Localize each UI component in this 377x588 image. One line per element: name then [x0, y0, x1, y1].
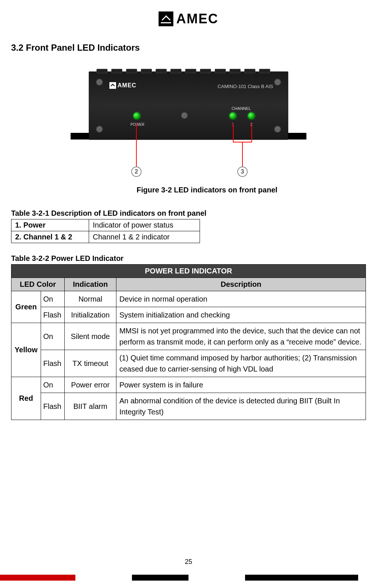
- led-indication: Initialization: [64, 307, 116, 323]
- led-indication: Power error: [64, 377, 116, 393]
- led-description: An abnormal condition of the device is d…: [116, 393, 366, 420]
- table2-col-header: Description: [116, 278, 366, 291]
- table2-header-main: POWER LED INDICATOR: [11, 265, 366, 278]
- table-row: 1. Power Indicator of power status: [11, 219, 200, 231]
- page-number: 25: [185, 558, 192, 566]
- led-channel1-icon: [230, 112, 236, 119]
- screw-icon: [181, 112, 188, 119]
- callout-line: [251, 123, 252, 142]
- led-channel2-icon: [248, 112, 255, 119]
- brand-icon: [159, 11, 173, 26]
- table1-label: 2. Channel 1 & 2: [11, 231, 89, 243]
- led-indication: Silent mode: [64, 323, 116, 350]
- screw-icon: [274, 125, 281, 133]
- led-state: Flash: [41, 350, 65, 377]
- screw-icon: [96, 78, 103, 86]
- led-description: (1) Quiet time command imposed by harbor…: [116, 350, 366, 377]
- screw-icon: [274, 78, 281, 86]
- led-description: Power system is in failure: [116, 377, 366, 393]
- led-description: Device in normal operation: [116, 291, 366, 307]
- section-title: 3.2 Front Panel LED Indicators: [11, 43, 366, 53]
- table1-label: 1. Power: [11, 219, 89, 231]
- led-indication: BIIT alarm: [64, 393, 116, 420]
- led-description: System initialization and checking: [116, 307, 366, 323]
- table-row: Flash BIIT alarm An abnormal condition o…: [11, 393, 366, 420]
- table-row: Green On Normal Device in normal operati…: [11, 291, 366, 307]
- table2: POWER LED INDICATOR LED Color Indication…: [11, 264, 366, 420]
- table-row: Yellow On Silent mode MMSI is not yet pr…: [11, 323, 366, 350]
- table2-title: Table 3-2-2 Power LED Indicator: [11, 254, 366, 263]
- channel-led-label: CHANNEL: [231, 106, 251, 111]
- callout-line: [242, 142, 243, 168]
- device-front-panel: AMEC CAMINO-101 Class B AIS POWER CHANNE…: [89, 71, 288, 140]
- screw-icon: [96, 125, 103, 133]
- led-indication: TX timeout: [64, 350, 116, 377]
- footer-decoration: [0, 575, 377, 581]
- callout-number-2: 2: [131, 167, 142, 177]
- led-power-icon: [133, 112, 140, 119]
- table1: 1. Power Indicator of power status 2. Ch…: [11, 219, 200, 243]
- led-color: Yellow: [11, 323, 41, 377]
- power-led-label: POWER: [130, 122, 145, 127]
- led-state: Flash: [41, 307, 65, 323]
- led-color: Red: [11, 377, 41, 420]
- brand-text: AMEC: [176, 11, 218, 27]
- device-product-label: CAMINO-101 Class B AIS: [218, 84, 273, 89]
- led-description: MMSI is not yet programmed into the devi…: [116, 323, 366, 350]
- device-brand-label: AMEC: [109, 82, 136, 89]
- header-logo: AMEC: [11, 11, 366, 28]
- led-state: On: [41, 377, 65, 393]
- table-row: Flash Initialization System initializati…: [11, 307, 366, 323]
- table1-desc: Indicator of power status: [89, 219, 200, 231]
- callout-line: [233, 123, 234, 142]
- table1-desc: Channel 1 & 2 indicator: [89, 231, 200, 243]
- table2-col-header: LED Color: [11, 278, 65, 291]
- table-row: 2. Channel 1 & 2 Channel 1 & 2 indicator: [11, 231, 200, 243]
- device-figure: AMEC CAMINO-101 Class B AIS POWER CHANNE…: [11, 71, 366, 141]
- table-row: Red On Power error Power system is in fa…: [11, 377, 366, 393]
- led-state: Flash: [41, 393, 65, 420]
- led-indication: Normal: [64, 291, 116, 307]
- table1-title: Table 3-2-1 Description of LED indicator…: [11, 209, 366, 218]
- led-color: Green: [11, 291, 41, 323]
- led-state: On: [41, 291, 65, 307]
- callout-line: [136, 123, 137, 168]
- table2-col-header: Indication: [64, 278, 116, 291]
- table-row: Flash TX timeout (1) Quiet time command …: [11, 350, 366, 377]
- led-state: On: [41, 323, 65, 350]
- figure-caption: Figure 3-2 LED indicators on front panel: [48, 186, 366, 194]
- callout-number-3: 3: [237, 167, 248, 177]
